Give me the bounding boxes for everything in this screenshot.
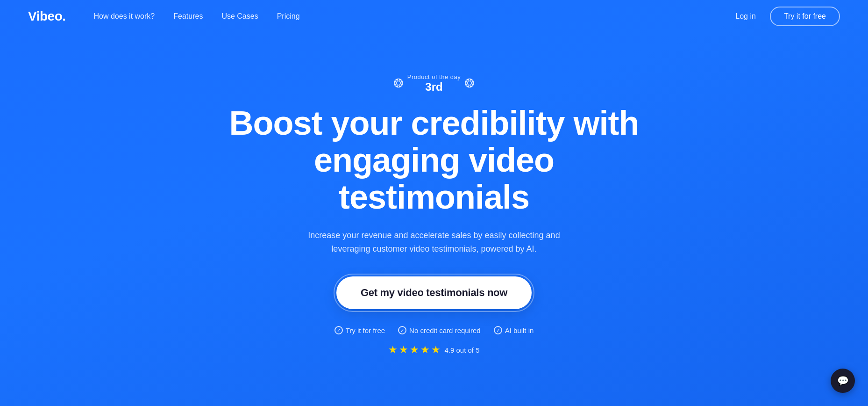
rating-label: 4.9 out of 5 [444, 346, 479, 354]
trust-label-ai: AI built in [505, 326, 534, 334]
logo[interactable]: Vibeo. [28, 9, 66, 24]
nav-left: Vibeo. How does it work? Features Use Ca… [28, 9, 300, 24]
chat-bubble-button[interactable]: 💬 [831, 369, 855, 393]
nav-item-use-cases[interactable]: Use Cases [221, 12, 258, 21]
star-3: ★ [410, 344, 419, 356]
cta-wrapper: Get my video testimonials now [336, 276, 532, 309]
badge-rank: 3rd [425, 80, 442, 94]
star-rating: ★ ★ ★ ★ ★ [388, 344, 441, 356]
nav-link-pricing[interactable]: Pricing [277, 12, 300, 20]
trust-label-no-card: No credit card required [409, 326, 481, 334]
badge-label: Product of the day [407, 73, 461, 80]
check-icon-no-card: ✓ [398, 326, 406, 334]
nav-try-free-button[interactable]: Try it for free [770, 7, 840, 26]
check-icon-free: ✓ [334, 326, 343, 334]
nav-item-how-it-works[interactable]: How does it work? [94, 12, 155, 21]
rating-row: ★ ★ ★ ★ ★ 4.9 out of 5 [388, 344, 479, 356]
hero-title: Boost your credibility with engaging vid… [224, 105, 644, 216]
star-1: ★ [388, 344, 398, 356]
star-2: ★ [399, 344, 408, 356]
nav-item-pricing[interactable]: Pricing [277, 12, 300, 21]
trust-item-free: ✓ Try it for free [334, 326, 385, 334]
get-testimonials-button[interactable]: Get my video testimonials now [336, 276, 532, 309]
nav-link-use-cases[interactable]: Use Cases [221, 12, 258, 20]
chat-icon: 💬 [837, 375, 849, 386]
check-icon-ai: ✓ [494, 326, 502, 334]
trust-badges: ✓ Try it for free ✓ No credit card requi… [334, 326, 534, 334]
star-4: ★ [420, 344, 430, 356]
trust-item-no-card: ✓ No credit card required [398, 326, 481, 334]
login-link[interactable]: Log in [735, 12, 756, 21]
hero-section: ❂ Product of the day 3rd ❂ Boost your cr… [0, 33, 868, 406]
nav-links: How does it work? Features Use Cases Pri… [94, 12, 300, 21]
nav-link-how-it-works[interactable]: How does it work? [94, 12, 155, 20]
laurel-right-icon: ❂ [464, 77, 475, 89]
hero-subtitle: Increase your revenue and accelerate sal… [303, 229, 565, 256]
product-of-day-badge: ❂ Product of the day 3rd ❂ [393, 73, 475, 94]
laurel-left-icon: ❂ [393, 77, 404, 89]
navbar: Vibeo. How does it work? Features Use Ca… [0, 0, 868, 33]
trust-label-free: Try it for free [346, 326, 385, 334]
nav-link-features[interactable]: Features [173, 12, 203, 20]
trust-item-ai: ✓ AI built in [494, 326, 534, 334]
badge-text: Product of the day 3rd [407, 73, 461, 94]
star-5-half: ★ [431, 344, 441, 356]
nav-item-features[interactable]: Features [173, 12, 203, 21]
nav-right: Log in Try it for free [735, 7, 840, 26]
